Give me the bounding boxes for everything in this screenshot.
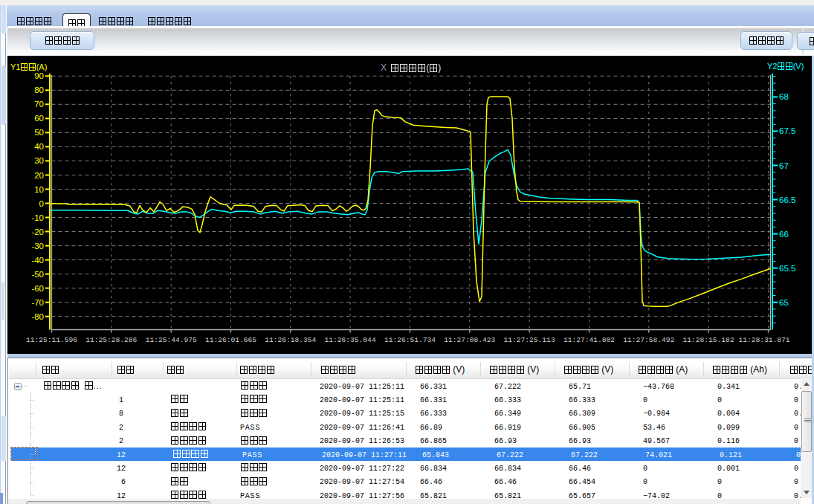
svg-text:-30: -30 <box>31 242 44 251</box>
svg-text:90: 90 <box>34 71 44 80</box>
svg-text:11:27:08.423: 11:27:08.423 <box>444 336 495 344</box>
svg-text:-10: -10 <box>31 213 44 222</box>
svg-text:67: 67 <box>779 161 789 170</box>
svg-text:66: 66 <box>779 230 789 239</box>
svg-text:-50: -50 <box>31 270 44 279</box>
svg-text:-40: -40 <box>31 256 44 265</box>
svg-text:11:25:28.286: 11:25:28.286 <box>85 336 137 344</box>
svg-text:20: 20 <box>34 171 44 180</box>
svg-text:40: 40 <box>34 142 44 151</box>
svg-text:0: 0 <box>39 199 44 208</box>
svg-text:50: 50 <box>34 128 44 137</box>
svg-text:11:26:51.734: 11:26:51.734 <box>384 336 436 344</box>
svg-text:11:27:41.802: 11:27:41.802 <box>563 336 615 344</box>
svg-text:60: 60 <box>34 114 44 123</box>
svg-text:68: 68 <box>779 92 789 101</box>
svg-text:11:25:11.596: 11:25:11.596 <box>26 336 77 344</box>
svg-text:11:26:18.354: 11:26:18.354 <box>265 336 316 344</box>
svg-text:30: 30 <box>34 156 44 165</box>
svg-text:-70: -70 <box>31 298 44 307</box>
svg-text:10: 10 <box>34 185 44 194</box>
svg-text:-60: -60 <box>31 284 44 293</box>
svg-text:11:28:15.182: 11:28:15.182 <box>683 336 734 344</box>
svg-text:65.5: 65.5 <box>779 264 795 273</box>
svg-text:65: 65 <box>779 298 789 307</box>
svg-text:11:27:25.113: 11:27:25.113 <box>504 336 555 344</box>
svg-text:66.5: 66.5 <box>779 196 795 204</box>
svg-text:11:26:01.665: 11:26:01.665 <box>205 336 256 344</box>
svg-text:-20: -20 <box>31 227 44 236</box>
svg-text:-80: -80 <box>31 312 44 321</box>
svg-text:11:26:35.044: 11:26:35.044 <box>325 336 376 344</box>
svg-text:11:27:58.492: 11:27:58.492 <box>623 336 674 344</box>
svg-text:70: 70 <box>34 100 44 109</box>
svg-text:11:28:31.871: 11:28:31.871 <box>738 336 789 344</box>
svg-text:80: 80 <box>34 85 44 94</box>
svg-text:11:25:44.975: 11:25:44.975 <box>146 336 197 344</box>
svg-text:67.5: 67.5 <box>779 126 795 135</box>
